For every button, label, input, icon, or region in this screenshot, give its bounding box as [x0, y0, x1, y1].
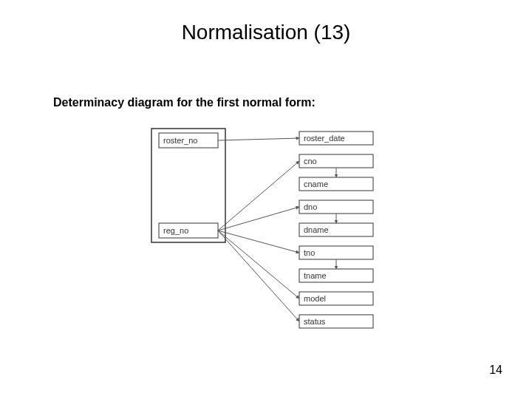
- key-reg_no-label: reg_no: [163, 226, 188, 235]
- attr-roster_date-label: roster_date: [304, 134, 345, 143]
- slide-subtitle: Determinacy diagram for the first normal…: [53, 96, 316, 109]
- page-number: 14: [489, 364, 502, 377]
- edge-5: [218, 231, 299, 253]
- slide: Normalisation (13) Determinacy diagram f…: [0, 0, 532, 399]
- attr-cno-label: cno: [304, 157, 317, 166]
- key-roster_no-label: roster_no: [163, 136, 197, 145]
- edge-1: [218, 161, 299, 231]
- attr-model-label: model: [304, 294, 326, 303]
- determinacy-diagram: roster_noreg_noroster_datecnocnamednodna…: [144, 126, 440, 362]
- attr-tname-label: tname: [304, 271, 327, 280]
- attr-tno-label: tno: [304, 248, 315, 257]
- edge-7: [218, 231, 299, 299]
- edge-3: [218, 207, 299, 231]
- edge-8: [218, 231, 299, 321]
- slide-title: Normalisation (13): [0, 21, 532, 44]
- attr-dname-label: dname: [304, 225, 329, 234]
- attr-cname-label: cname: [304, 180, 328, 188]
- attr-dno-label: dno: [304, 202, 317, 211]
- edge-0: [218, 138, 299, 140]
- attr-status-label: status: [304, 317, 326, 326]
